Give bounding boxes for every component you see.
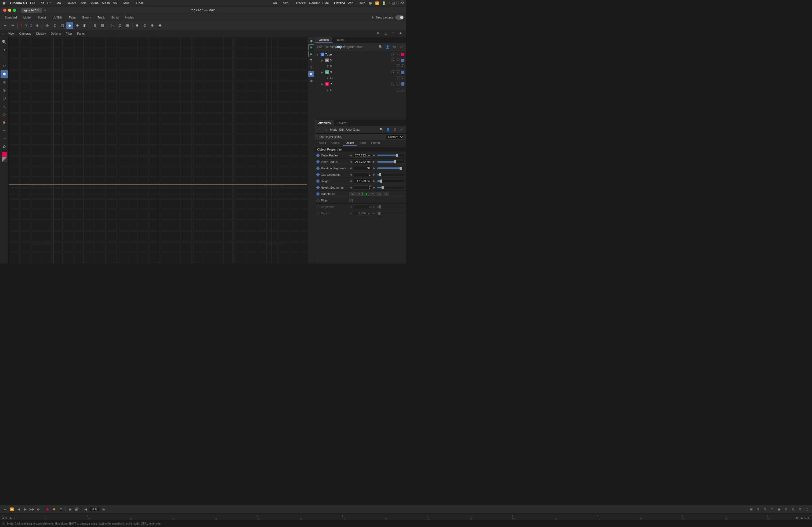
hamburger-icon[interactable]: ≡ [2, 31, 4, 36]
prop-filletrad-value[interactable]: 2.636 cm [353, 211, 372, 215]
attr-tab-object[interactable]: Object [343, 140, 357, 146]
menu-tools[interactable]: Tools [79, 1, 86, 5]
object-row-g-text[interactable]: T G ● ● [315, 75, 406, 81]
prop-inner-value[interactable]: 211.752 cm [353, 160, 372, 164]
menu-vol[interactable]: Vol... [113, 1, 120, 5]
prop-filletrad-slider[interactable] [377, 212, 404, 214]
obj-object-btn[interactable]: Object [337, 44, 344, 50]
render3-icon[interactable]: ⊞ [124, 22, 131, 29]
sidebar-tool6-icon[interactable]: ⊕ [1, 119, 8, 126]
attr-back-icon[interactable]: ← [317, 127, 322, 133]
poly-mode-icon[interactable]: ◻ [59, 22, 66, 29]
right-icon-globe[interactable]: ◉ [308, 38, 314, 44]
object-row-g[interactable]: ▶ G G ● ● [315, 69, 406, 75]
prop-capseg-right[interactable]: ▶ [373, 173, 376, 177]
sidebar-tool1-icon[interactable]: ⊕ [1, 78, 8, 86]
obj-bookmarks-btn[interactable]: Bookmarks [351, 44, 358, 50]
prop-inner-left[interactable]: ◀ [349, 160, 352, 164]
prop-inner-slider[interactable] [377, 161, 404, 163]
attr-tab-slice[interactable]: Slice [357, 140, 369, 146]
render5-icon[interactable]: ⊙ [141, 22, 148, 29]
object-row-b[interactable]: ▶ B B ● ● [315, 57, 406, 63]
prop-diamond-seg[interactable] [316, 205, 320, 209]
view-menu-options[interactable]: Options [48, 31, 63, 36]
prop-rotseg-handle[interactable] [400, 167, 402, 170]
workflow-groom[interactable]: Groom [79, 15, 94, 19]
app-name[interactable]: Cinema 4D [10, 1, 27, 5]
workflow-nodes[interactable]: Nodes [122, 15, 136, 19]
workflow-paint[interactable]: Paint [66, 15, 78, 19]
expand-g-icon[interactable]: ▶ [321, 71, 324, 74]
menu-ani[interactable]: Ani... [273, 1, 280, 5]
render2-icon[interactable]: ⊡ [116, 22, 123, 29]
prop-seg-value[interactable]: 3 [353, 205, 372, 209]
tab-attributes[interactable]: Attributes [315, 120, 334, 125]
tube-tag1[interactable] [401, 53, 404, 56]
prop-heightseg-left[interactable]: ◀ [349, 186, 352, 190]
sidebar-transform-icon[interactable]: ✱ [1, 70, 8, 78]
point-mode-icon[interactable]: ⊙ [44, 22, 51, 29]
undo-icon[interactable]: ↩ [2, 22, 9, 29]
r-vis2[interactable]: ● [396, 82, 400, 86]
menu-mo[interactable]: Mo... [56, 1, 64, 5]
prop-filletrad-right[interactable]: ▶ [373, 211, 376, 215]
right-icon-active[interactable]: ✱ [308, 71, 314, 77]
view-icon-1[interactable]: ⊕ [375, 31, 381, 36]
tab-add-button[interactable]: + [42, 8, 48, 12]
prop-filletrad-left[interactable]: ◀ [349, 211, 352, 215]
obj-edit-btn[interactable]: Edit [323, 44, 330, 50]
prop-height-handle[interactable] [380, 180, 382, 183]
prop-outer-handle[interactable] [396, 154, 398, 157]
menu-exte[interactable]: Exte... [322, 1, 332, 5]
obj-settings-icon[interactable]: ⚙ [392, 44, 397, 50]
world-icon[interactable]: ⊕ [34, 22, 41, 29]
prop-height-left[interactable]: ◀ [349, 179, 352, 183]
prop-diamond-fillet[interactable] [316, 198, 320, 202]
orient-posy[interactable]: +Y [362, 192, 369, 196]
prop-diamond-orient[interactable] [316, 192, 320, 196]
prop-diamond-capseg[interactable] [316, 172, 320, 176]
g-vis1[interactable]: ● [392, 70, 395, 74]
menu-select[interactable]: Select [67, 1, 76, 5]
prop-diamond-outer[interactable] [316, 153, 320, 157]
prop-heightseg-slider[interactable] [377, 187, 404, 189]
prop-rotseg-right[interactable]: ▶ [373, 166, 376, 170]
orient-negz[interactable]: -Z [383, 192, 389, 196]
bt-vis1[interactable]: ● [396, 64, 400, 68]
orient-negx[interactable]: -X [356, 192, 362, 196]
object-row-r[interactable]: ▶ R R ● ● [315, 81, 406, 87]
view-menu-view[interactable]: View [6, 31, 17, 36]
minimize-button[interactable] [8, 9, 11, 12]
b-vis2[interactable]: ● [396, 59, 400, 62]
expand-tube-icon[interactable]: ▶ [317, 53, 320, 56]
prop-height-right[interactable]: ▶ [373, 179, 376, 183]
menu-mesh[interactable]: Mesh [102, 1, 110, 5]
prop-height-slider[interactable] [377, 180, 404, 182]
object-mode-icon[interactable]: ◆ [66, 22, 73, 29]
obj-user-icon[interactable]: 👤 [385, 44, 390, 50]
prop-rotseg-left[interactable]: ◀ [349, 166, 352, 170]
attr-icon3[interactable]: ⚙ [392, 127, 398, 133]
workflow-script[interactable]: Script [108, 15, 121, 19]
prop-filletrad-handle[interactable] [378, 212, 380, 215]
prop-seg-right[interactable]: ▶ [373, 205, 376, 209]
coord-z-button[interactable]: Z [29, 23, 33, 28]
add-workspace-icon[interactable]: + [371, 15, 374, 20]
tube-vis1[interactable]: ● [392, 52, 395, 56]
prop-capseg-handle[interactable] [379, 173, 381, 176]
menu-render[interactable]: Render [309, 1, 320, 5]
right-icon-text[interactable]: T [308, 58, 314, 64]
orient-negy[interactable]: -Y [369, 192, 375, 196]
viewport[interactable]: — — — — — — — — — — — — — — — — — — — — … [9, 37, 307, 264]
sculpt-icon[interactable]: ◧ [81, 22, 88, 29]
render7-icon[interactable]: ◉ [156, 22, 163, 29]
prop-seg-slider[interactable] [377, 206, 404, 208]
object-row-r-text[interactable]: T R ● ● [315, 87, 406, 93]
expand-r-icon[interactable]: ▶ [321, 82, 324, 86]
sidebar-tool3-icon[interactable]: ⬡ [1, 94, 8, 102]
prop-outer-right[interactable]: ▶ [373, 153, 376, 157]
orient-posx[interactable]: +X [349, 192, 356, 196]
prop-outer-value[interactable]: 237.232 cm [353, 153, 372, 157]
view-menu-filter[interactable]: Filter [63, 31, 74, 36]
view-menu-cameras[interactable]: Cameras [17, 31, 33, 36]
